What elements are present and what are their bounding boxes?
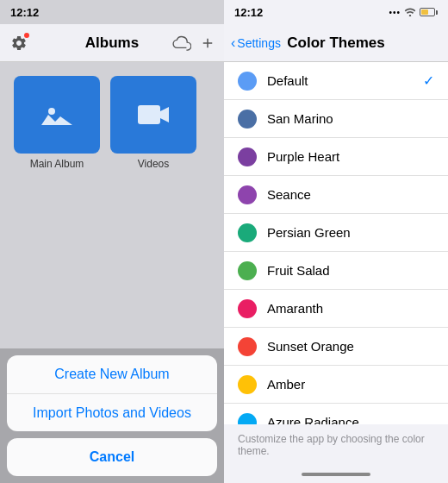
home-bar — [302, 473, 370, 476]
theme-name: San Marino — [267, 111, 434, 126]
theme-item[interactable]: Seance — [224, 176, 448, 214]
album-main-label: Main Album — [30, 158, 84, 170]
color-dot — [238, 337, 257, 356]
status-bar-left: 12:12 — [0, 0, 224, 24]
home-indicator-right — [224, 466, 448, 483]
wifi-icon — [404, 6, 416, 18]
theme-name: Amaranth — [267, 301, 434, 316]
cloud-icon[interactable] — [172, 35, 191, 51]
action-group-cancel: Cancel — [7, 438, 217, 476]
time-left: 12:12 — [10, 6, 39, 19]
checkmark-icon: ✓ — [423, 72, 434, 89]
gear-notification-dot — [24, 33, 29, 38]
svg-point-2 — [48, 108, 55, 115]
theme-item[interactable]: Amber — [224, 366, 448, 404]
album-main[interactable]: Main Album — [14, 76, 100, 170]
back-chevron-icon: ‹ — [231, 35, 235, 51]
color-dot — [238, 299, 257, 318]
color-dot — [238, 72, 257, 91]
album-videos[interactable]: Videos — [110, 76, 196, 170]
theme-item[interactable]: San Marino — [224, 100, 448, 138]
color-themes-title: Color Themes — [287, 34, 384, 52]
albums-title: Albums — [85, 34, 139, 52]
theme-name: Seance — [267, 187, 434, 202]
action-sheet: Create New Album Import Photos and Video… — [0, 348, 224, 483]
theme-name: Amber — [267, 377, 434, 392]
back-label: Settings — [237, 36, 281, 50]
back-button[interactable]: ‹ Settings — [224, 35, 288, 51]
theme-name: Fruit Salad — [267, 263, 434, 278]
signal-icon: ••• — [389, 8, 401, 17]
theme-footer: Customize the app by choosing the color … — [224, 424, 448, 466]
theme-footer-text: Customize the app by choosing the color … — [238, 433, 425, 457]
theme-item[interactable]: Sunset Orange — [224, 328, 448, 366]
theme-name: Azure Radiance — [267, 415, 434, 424]
svg-point-5 — [409, 15, 411, 16]
action-group-main: Create New Album Import Photos and Video… — [7, 355, 217, 431]
gear-icon[interactable] — [9, 33, 29, 53]
right-panel: 12:12 ••• ‹ Settings Color Them — [224, 0, 448, 483]
create-album-button[interactable]: Create New Album — [7, 355, 217, 393]
svg-marker-4 — [160, 107, 169, 122]
theme-item[interactable]: Azure Radiance — [224, 404, 448, 424]
album-videos-label: Videos — [138, 158, 169, 170]
color-dot — [238, 223, 257, 242]
svg-rect-3 — [138, 105, 160, 124]
color-dot — [238, 375, 257, 394]
album-main-thumb — [14, 76, 100, 154]
nav-left-icons — [9, 33, 29, 53]
theme-name: Sunset Orange — [267, 339, 434, 354]
battery-icon — [420, 8, 438, 16]
theme-item[interactable]: Persian Green — [224, 214, 448, 252]
color-dot — [238, 147, 257, 166]
add-icon[interactable] — [200, 35, 215, 51]
import-photos-button[interactable]: Import Photos and Videos — [7, 393, 217, 431]
color-dot — [238, 185, 257, 204]
status-icons: ••• — [389, 6, 438, 18]
color-dot — [238, 261, 257, 280]
theme-item[interactable]: Amaranth — [224, 290, 448, 328]
theme-name: Purple Heart — [267, 149, 434, 164]
theme-name: Persian Green — [267, 225, 434, 240]
left-panel: 12:12 Albums — [0, 0, 224, 483]
cancel-button[interactable]: Cancel — [7, 438, 217, 476]
theme-item[interactable]: Purple Heart — [224, 138, 448, 176]
album-videos-thumb — [110, 76, 196, 154]
nav-bar-right: ‹ Settings Color Themes — [224, 24, 448, 62]
status-bar-right: 12:12 ••• — [224, 0, 448, 24]
theme-name: Default — [267, 73, 423, 88]
theme-item[interactable]: Fruit Salad — [224, 252, 448, 290]
time-right: 12:12 — [234, 6, 263, 19]
theme-list: Default✓San MarinoPurple HeartSeancePers… — [224, 62, 448, 424]
nav-right-icons — [172, 35, 215, 51]
color-dot — [238, 413, 257, 425]
nav-bar-left: Albums — [0, 24, 224, 62]
theme-item[interactable]: Default✓ — [224, 62, 448, 100]
color-dot — [238, 110, 257, 129]
